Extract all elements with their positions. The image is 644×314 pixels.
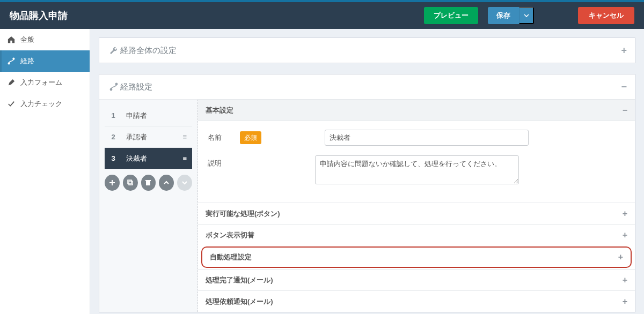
label-description: 説明 bbox=[208, 155, 238, 168]
sidebar-item-route[interactable]: 経路 bbox=[0, 50, 90, 72]
required-badge: 必須 bbox=[240, 131, 261, 144]
section-title-basic: 基本設定 bbox=[206, 106, 233, 115]
trash-icon bbox=[145, 180, 151, 186]
move-up-button[interactable] bbox=[159, 175, 174, 191]
route-icon bbox=[107, 83, 120, 91]
panel-title-route: 経路設定 bbox=[120, 82, 621, 92]
panel-head-route[interactable]: 経路設定 − bbox=[99, 74, 635, 99]
panel-title-overall: 経路全体の設定 bbox=[120, 46, 621, 56]
section-head-basic[interactable]: 基本設定 − bbox=[198, 100, 635, 121]
section-title: ボタン表示切替 bbox=[206, 230, 254, 240]
section-body-basic: 名前 必須 説明 bbox=[198, 121, 635, 203]
page-title: 物品購入申請 bbox=[10, 9, 424, 22]
panel-route-settings: 経路設定 − 1 申請者 2 承認者 ≡ bbox=[99, 74, 635, 312]
step-number: 3 bbox=[105, 154, 122, 162]
label-name: 名前 bbox=[208, 130, 238, 143]
svg-point-1 bbox=[13, 58, 14, 59]
save-split-button: 保存 bbox=[488, 7, 534, 24]
move-down-button bbox=[177, 175, 192, 191]
svg-rect-5 bbox=[109, 182, 115, 183]
expand-icon[interactable]: + bbox=[623, 297, 627, 306]
add-step-button[interactable] bbox=[105, 175, 120, 191]
home-icon bbox=[8, 36, 15, 43]
pencil-icon bbox=[8, 79, 15, 86]
sidebar-item-label: 入力フォーム bbox=[20, 78, 62, 87]
svg-rect-8 bbox=[146, 181, 150, 185]
save-button[interactable]: 保存 bbox=[488, 7, 519, 24]
name-input[interactable] bbox=[325, 130, 529, 146]
sidebar-item-check[interactable]: 入力チェック bbox=[0, 93, 90, 115]
svg-point-3 bbox=[115, 83, 117, 85]
panel-head-overall[interactable]: 経路全体の設定 + bbox=[99, 38, 635, 63]
sidebar-item-label: 経路 bbox=[20, 56, 34, 66]
chevron-up-icon bbox=[163, 181, 170, 185]
copy-icon bbox=[127, 180, 134, 186]
sidebar: 全般 経路 入力フォーム 入力チェック bbox=[0, 29, 90, 314]
check-icon bbox=[8, 100, 15, 108]
step-number: 2 bbox=[105, 133, 122, 141]
step-row-3[interactable]: 3 決裁者 ≡ bbox=[105, 148, 192, 169]
caret-down-icon bbox=[524, 14, 529, 17]
chevron-down-icon bbox=[181, 181, 188, 185]
expand-icon[interactable]: + bbox=[623, 230, 627, 240]
route-icon bbox=[8, 57, 15, 65]
section-title: 処理依頼通知(メール) bbox=[206, 297, 273, 306]
section-head-req-mail[interactable]: 処理依頼通知(メール) + bbox=[198, 290, 635, 312]
svg-point-2 bbox=[110, 88, 112, 90]
step-number: 1 bbox=[105, 111, 122, 119]
expand-icon[interactable]: + bbox=[623, 275, 627, 285]
section-head-done-mail[interactable]: 処理完了通知(メール) + bbox=[198, 269, 635, 290]
preview-button[interactable]: プレビュー bbox=[424, 7, 478, 24]
expand-icon[interactable]: + bbox=[621, 45, 627, 56]
wrench-icon bbox=[107, 46, 120, 55]
copy-step-button[interactable] bbox=[123, 175, 138, 191]
section-head-toggle[interactable]: ボタン表示切替 + bbox=[198, 224, 635, 245]
content-area: 経路全体の設定 + 経路設定 − 1 申請者 bbox=[90, 29, 644, 314]
step-label: 決裁者 bbox=[122, 154, 179, 163]
svg-rect-9 bbox=[145, 180, 151, 181]
collapse-icon[interactable]: − bbox=[623, 106, 627, 115]
step-row-2[interactable]: 2 承認者 ≡ bbox=[105, 126, 192, 148]
cancel-button[interactable]: キャンセル bbox=[578, 7, 634, 24]
section-title: 処理完了通知(メール) bbox=[206, 275, 273, 285]
section-head-exec[interactable]: 実行可能な処理(ボタン) + bbox=[198, 203, 635, 224]
save-dropdown-caret[interactable] bbox=[519, 7, 534, 24]
sidebar-item-label: 入力チェック bbox=[20, 99, 62, 109]
collapse-icon[interactable]: − bbox=[621, 81, 627, 93]
step-row-1[interactable]: 1 申請者 bbox=[105, 105, 192, 126]
svg-rect-7 bbox=[128, 180, 131, 184]
sidebar-item-general[interactable]: 全般 bbox=[0, 29, 90, 50]
sidebar-item-form[interactable]: 入力フォーム bbox=[0, 72, 90, 93]
panel-overall-settings: 経路全体の設定 + bbox=[99, 38, 635, 63]
step-label: 承認者 bbox=[122, 132, 179, 142]
expand-icon[interactable]: + bbox=[618, 252, 623, 262]
steps-list: 1 申請者 2 承認者 ≡ 3 決裁者 ≡ bbox=[99, 100, 198, 312]
drag-handle-icon[interactable]: ≡ bbox=[179, 154, 190, 162]
description-textarea[interactable] bbox=[315, 155, 519, 184]
section-title: 自動処理設定 bbox=[210, 252, 252, 262]
delete-step-button[interactable] bbox=[141, 175, 156, 191]
svg-point-0 bbox=[8, 63, 10, 64]
step-detail: 基本設定 − 名前 必須 bbox=[198, 100, 635, 312]
app-header: 物品購入申請 プレビュー 保存 キャンセル bbox=[0, 2, 644, 29]
step-label: 申請者 bbox=[122, 111, 190, 121]
section-head-auto[interactable]: 自動処理設定 + bbox=[201, 246, 632, 268]
section-title: 実行可能な処理(ボタン) bbox=[206, 209, 280, 219]
plus-icon bbox=[109, 180, 115, 186]
sidebar-item-label: 全般 bbox=[20, 35, 34, 44]
drag-handle-icon[interactable]: ≡ bbox=[179, 133, 190, 141]
svg-rect-6 bbox=[129, 181, 133, 185]
expand-icon[interactable]: + bbox=[623, 209, 627, 219]
